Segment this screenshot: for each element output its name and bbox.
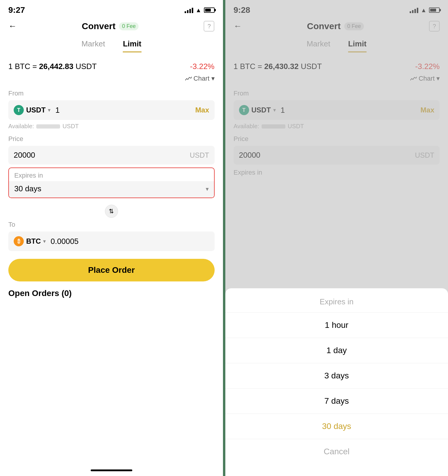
status-bar-left: 9:27 ▲ <box>8 0 215 18</box>
chart-button-left[interactable]: Chart ▾ <box>185 75 215 82</box>
expires-box-left: Expires in 30 days ▾ <box>8 167 215 198</box>
sheet-option-1day[interactable]: 1 day <box>225 338 448 363</box>
panel-divider <box>223 0 225 476</box>
rate-text-left: 1 BTC = 26,442.83 USDT <box>8 62 97 71</box>
price-input-row-left: 20000 USDT <box>8 146 215 165</box>
chart-row-left: Chart ▾ <box>8 75 215 82</box>
place-order-button-left[interactable]: Place Order <box>8 259 215 281</box>
to-label-left: To <box>8 221 215 228</box>
rate-change-left: -3.22% <box>190 62 214 71</box>
to-currency-selector-left[interactable]: ₿ BTC ▾ <box>14 236 46 246</box>
btc-icon-left: ₿ <box>14 236 24 246</box>
from-input-row-left: T USDT ▾ 1 Max <box>8 100 215 120</box>
to-currency-arrow-left: ▾ <box>43 238 46 245</box>
from-currency-selector-left[interactable]: T USDT ▾ <box>14 105 51 115</box>
sheet-title: Expires in <box>225 288 448 313</box>
tabs-left: Market Limit <box>8 36 215 52</box>
from-label-left: From <box>8 90 215 97</box>
expires-arrow-left: ▾ <box>206 185 209 192</box>
price-value-left[interactable]: 20000 <box>14 151 190 160</box>
from-value-left[interactable]: 1 <box>55 106 195 115</box>
price-label-left: Price <box>8 135 215 143</box>
available-row-left: Available: USDT <box>8 123 215 130</box>
tab-limit-left[interactable]: Limit <box>123 39 141 52</box>
sheet-option-7days[interactable]: 7 days <box>225 389 448 414</box>
time-left: 9:27 <box>8 5 25 15</box>
to-value-left[interactable]: 0.00005 <box>51 237 209 246</box>
help-icon-left[interactable]: ? <box>204 21 214 32</box>
wifi-icon-left: ▲ <box>196 7 202 14</box>
usdt-icon-left: T <box>14 105 24 115</box>
tab-market-left[interactable]: Market <box>81 39 105 52</box>
sheet-option-1hour[interactable]: 1 hour <box>225 313 448 338</box>
bottom-sheet: Expires in 1 hour 1 day 3 days 7 days 30… <box>225 288 448 476</box>
expires-value-row-left[interactable]: 30 days ▾ <box>9 181 214 198</box>
from-currency-arrow-left: ▾ <box>48 107 51 113</box>
sheet-cancel-button[interactable]: Cancel <box>225 439 448 464</box>
from-currency-name-left: USDT <box>26 106 45 114</box>
back-button-left[interactable]: ← <box>8 21 17 31</box>
available-blur-left <box>36 124 60 129</box>
page-title-left: Convert <box>82 21 115 31</box>
right-panel: 9:28 ▲ ← Convert 0 Fee ? Market Limit <box>225 0 448 476</box>
status-icons-left: ▲ <box>185 7 215 14</box>
home-indicator-left <box>91 469 132 471</box>
left-panel: 9:27 ▲ ← Convert 0 Fee ? Market Limit <box>0 0 223 476</box>
max-button-left[interactable]: Max <box>195 106 209 114</box>
to-currency-name-left: BTC <box>26 237 41 245</box>
to-input-row-left: ₿ BTC ▾ 0.00005 <box>8 231 215 251</box>
chart-icon-left <box>185 76 192 81</box>
battery-icon-left <box>204 7 215 13</box>
sheet-option-3days[interactable]: 3 days <box>225 363 448 389</box>
price-unit-left: USDT <box>190 151 209 159</box>
signal-icon-left <box>185 7 193 13</box>
swap-button-left[interactable]: ⇅ <box>105 205 118 218</box>
expires-label-left: Expires in <box>9 168 214 181</box>
open-orders-left: Open Orders (0) <box>8 289 215 298</box>
header-left: ← Convert 0 Fee ? <box>8 18 215 36</box>
fee-badge-left: 0 Fee <box>119 22 139 30</box>
rate-row-left: 1 BTC = 26,442.83 USDT -3.22% <box>8 60 215 73</box>
sheet-option-30days[interactable]: 30 days <box>225 414 448 439</box>
header-center-left: Convert 0 Fee <box>82 21 139 31</box>
swap-row-left: ⇅ <box>8 205 215 218</box>
expires-value-left: 30 days <box>14 184 41 193</box>
